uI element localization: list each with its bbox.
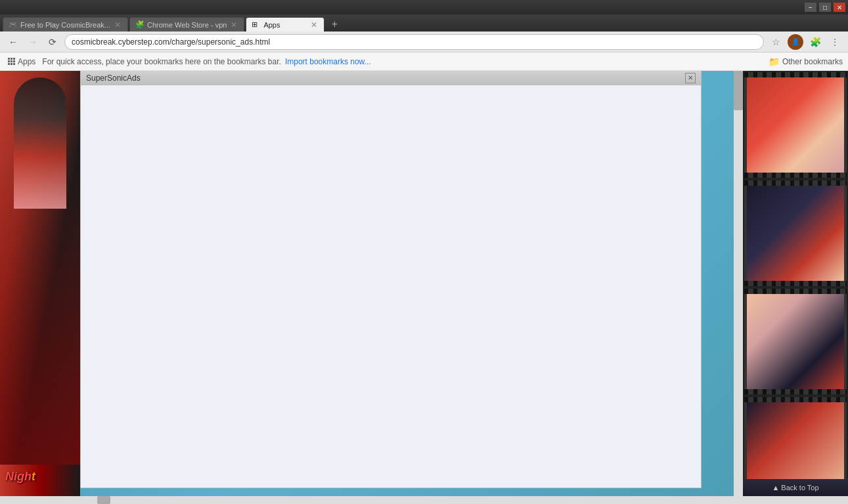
- dialog-box: SuperSonicAds ✕: [80, 71, 702, 488]
- new-tab-button[interactable]: +: [326, 17, 343, 32]
- other-bookmarks-button[interactable]: 📁 Other bookmarks: [769, 56, 843, 67]
- close-window-button[interactable]: ✕: [834, 3, 845, 12]
- film-frame-3: [743, 287, 848, 396]
- reload-button[interactable]: ⟳: [45, 34, 60, 50]
- tab-apps[interactable]: ⊞ Apps ✕: [246, 17, 324, 32]
- horizontal-scrollbar-thumb[interactable]: [97, 496, 110, 504]
- film-content-3: [747, 294, 844, 389]
- film-frame-2: [743, 179, 848, 287]
- apps-label: Apps: [18, 57, 35, 66]
- tab-cosmicbreak[interactable]: 🎮 Free to Play CosmicBreak... ✕: [3, 17, 128, 32]
- address-bar: ← → ⟳ ☆ 👤 🧩 ⋮: [0, 32, 848, 52]
- url-input[interactable]: [64, 34, 764, 50]
- apps-bookmarks-button[interactable]: Apps: [5, 56, 38, 68]
- film-content-1: [747, 77, 844, 173]
- other-bookmarks-label: Other bookmarks: [782, 57, 843, 66]
- grid-icon: [8, 58, 15, 65]
- window-controls: − □ ✕: [805, 3, 845, 12]
- vertical-scrollbar[interactable]: [734, 71, 743, 496]
- tab-favicon-cosmicbreak: 🎮: [9, 20, 18, 30]
- tab-label-cosmicbreak: Free to Play CosmicBreak...: [20, 21, 110, 29]
- dialog-body: [81, 85, 701, 488]
- tab-favicon-apps: ⊞: [252, 20, 261, 30]
- horizontal-scrollbar[interactable]: [0, 496, 848, 504]
- dialog-close-button[interactable]: ✕: [685, 73, 696, 83]
- menu-button[interactable]: ⋮: [827, 34, 843, 50]
- tab-chromewebstore[interactable]: 🧩 Chrome Web Store - vpn ✕: [129, 17, 244, 32]
- minimize-button[interactable]: −: [805, 3, 816, 12]
- right-film-strip: [743, 71, 848, 504]
- vertical-scrollbar-thumb[interactable]: [734, 71, 743, 110]
- back-to-top-label: ▲ Back to Top: [772, 484, 818, 492]
- tab-label-chromewebstore: Chrome Web Store - vpn: [147, 21, 227, 29]
- tab-favicon-chromewebstore: 🧩: [135, 20, 145, 30]
- bookmarks-message: For quick access, place your bookmarks h…: [42, 57, 281, 66]
- maximize-button[interactable]: □: [819, 3, 831, 12]
- left-image-inner: Night: [0, 71, 80, 504]
- bookmarks-bar: Apps For quick access, place your bookma…: [0, 52, 848, 71]
- film-content-2: [747, 186, 844, 281]
- left-top-image: [0, 71, 80, 465]
- back-to-top-button[interactable]: ▲ Back to Top: [743, 479, 848, 496]
- dialog-header: SuperSonicAds ✕: [81, 71, 701, 85]
- back-button[interactable]: ←: [5, 34, 21, 50]
- dialog-title: SuperSonicAds: [86, 74, 141, 83]
- profile-icon[interactable]: 👤: [788, 34, 803, 50]
- tab-close-chromewebstore[interactable]: ✕: [229, 20, 238, 30]
- tab-close-cosmicbreak[interactable]: ✕: [113, 20, 122, 30]
- tab-label-apps: Apps: [263, 21, 280, 29]
- film-frame-1: [743, 71, 848, 179]
- page-content: Night SuperSonicAds ✕ ▲ Back to Top: [0, 71, 848, 504]
- tab-close-apps[interactable]: ✕: [309, 20, 319, 30]
- folder-icon: 📁: [769, 56, 780, 67]
- extensions-button[interactable]: 🧩: [807, 34, 823, 50]
- left-image-strip: Night: [0, 71, 80, 504]
- title-bar: − □ ✕: [0, 0, 848, 14]
- forward-button[interactable]: →: [25, 34, 41, 50]
- bookmark-star-button[interactable]: ☆: [768, 34, 784, 50]
- import-bookmarks-link[interactable]: Import bookmarks now...: [285, 57, 371, 66]
- tab-bar: 🎮 Free to Play CosmicBreak... ✕ 🧩 Chrome…: [0, 14, 848, 32]
